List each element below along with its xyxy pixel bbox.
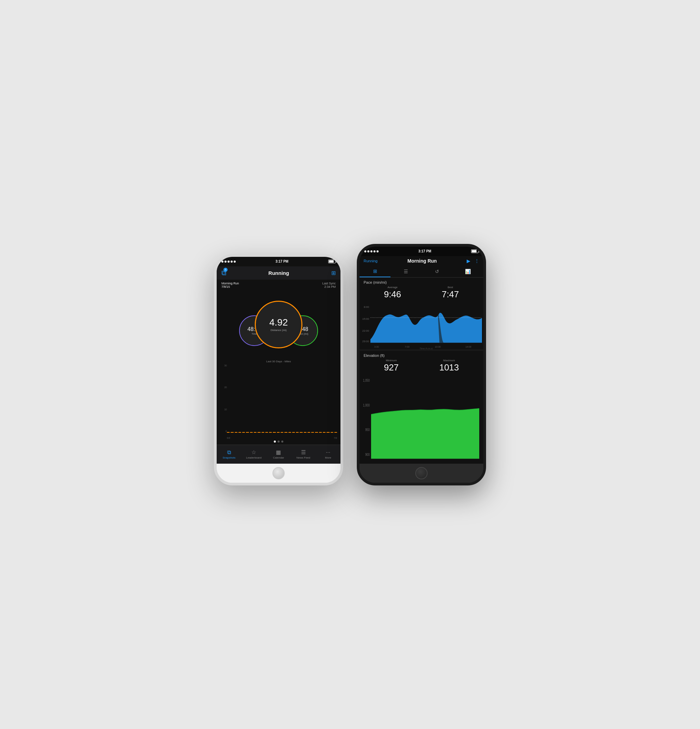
svg-text:950: 950 [365, 427, 370, 432]
bar-chart-section: Last 30 Days - Miles 30 20 10 0 6/9 [217, 359, 340, 439]
status-time: 3:17 PM [276, 260, 288, 263]
bar [273, 432, 276, 433]
page-dot-1[interactable] [274, 440, 276, 443]
x-label-end: 7/8 [334, 437, 337, 439]
context-label[interactable]: Running [364, 259, 378, 263]
tab-news-feed[interactable]: ☰ News Feed [291, 445, 316, 464]
grid-icon[interactable]: ⊞ [331, 270, 336, 276]
y-label-0: 0 [220, 430, 227, 432]
max-label: Maximum [443, 359, 455, 362]
activity-meta: Morning Run 7/8/15 Last Sync 2:34 PM [217, 280, 340, 290]
tab-snapshots[interactable]: ⧉ Snapshots [217, 445, 241, 464]
bar [285, 432, 287, 433]
detail-title: Morning Run [408, 258, 437, 264]
bar [315, 432, 318, 433]
app-icon[interactable]: ⧉ 4 [221, 269, 226, 277]
signal-dot [370, 250, 372, 253]
signal-dot [364, 250, 366, 253]
detail-tab-list[interactable]: ☰ [391, 266, 421, 277]
bar [327, 432, 329, 433]
min-label: Minimum [386, 359, 396, 362]
svg-text:1,000: 1,000 [363, 403, 370, 407]
signal-dot [231, 261, 233, 263]
pace-chart-svg: 8:00 15:00 22:00 29:00 3:30 7:00 10:30 [360, 303, 483, 349]
bar [231, 432, 233, 433]
avg-pace: Average 9:46 [384, 286, 401, 300]
calendar-label: Calendar [273, 456, 284, 459]
y-label-20: 20 [220, 386, 227, 388]
last-sync: Last Sync 2:34 PM [322, 282, 336, 289]
bar [331, 432, 333, 433]
pace-title: Pace (min/mi) [364, 280, 479, 285]
pace-metrics: Pace (min/mi) Average 9:46 Best 7:47 [360, 277, 483, 302]
activity-name-date: Morning Run 7/8/15 [221, 282, 239, 289]
bars-container [227, 432, 337, 437]
bar [300, 432, 302, 433]
elevation-chart-svg: 1,050 1,000 950 900 [360, 375, 483, 464]
bar [296, 432, 299, 433]
bar [319, 432, 322, 433]
bar [242, 432, 245, 433]
bar [280, 432, 283, 433]
phone-bottom [217, 464, 340, 483]
distance-value: 4.92 [269, 317, 288, 328]
signal-dot [234, 261, 236, 263]
tab-calendar[interactable]: ▦ Calendar [266, 445, 291, 464]
more-label: More [325, 456, 331, 459]
x-label-start: 6/9 [227, 437, 230, 439]
bar [265, 432, 268, 433]
dark-status-dots [364, 250, 379, 253]
svg-text:22:00: 22:00 [362, 329, 369, 332]
y-axis: 30 20 10 0 [220, 364, 227, 437]
tab-bar: ⧉ Snapshots ☆ Leaderboard ▦ Calendar ☰ N… [217, 444, 340, 464]
list-tab-icon: ☰ [404, 269, 408, 274]
distance-label: Distance (mi) [270, 329, 286, 332]
app-header: ⧉ 4 Running ⊞ [217, 266, 340, 280]
phone-dark: 3:17 PM Running Morning Run ▶ ⋮ ⊞ [357, 244, 486, 485]
svg-text:1,050: 1,050 [363, 378, 370, 382]
play-icon[interactable]: ▶ [467, 258, 471, 264]
bar [308, 432, 310, 433]
battery-indicator [328, 260, 336, 263]
svg-text:3:30: 3:30 [374, 346, 379, 348]
svg-text:10:30: 10:30 [435, 346, 441, 348]
status-dots-left [221, 261, 236, 263]
phone-white: 3:17 PM ⧉ 4 Running ⊞ Morning Run 7/8/15 [214, 254, 343, 485]
max-value: 1013 [439, 362, 459, 373]
tab-more[interactable]: ··· More [316, 445, 340, 464]
sync-time: 2:34 PM [322, 285, 336, 289]
home-button[interactable] [272, 467, 285, 479]
notification-badge: 4 [224, 268, 228, 272]
svg-text:15:00: 15:00 [362, 317, 369, 320]
bar [238, 432, 241, 433]
news-feed-label: News Feed [296, 456, 310, 459]
distance-circle: 4.92 Distance (mi) [255, 301, 302, 349]
detail-tab-graph[interactable]: 📊 [452, 266, 483, 277]
signal-dot [221, 261, 224, 263]
svg-text:14:00: 14:00 [465, 346, 471, 348]
dark-battery [471, 249, 479, 253]
page-dots [217, 439, 340, 444]
snapshots-label: Snapshots [222, 456, 235, 459]
page-dot-2[interactable] [277, 440, 280, 443]
more-icon[interactable]: ⋮ [475, 258, 479, 264]
y-label-30: 30 [220, 364, 227, 367]
signal-dot [367, 250, 369, 253]
best-label: Best [447, 286, 453, 289]
bar [311, 432, 314, 433]
page-dot-3[interactable] [281, 440, 283, 443]
svg-text:7:00: 7:00 [405, 346, 410, 348]
leaderboard-icon: ☆ [251, 449, 256, 456]
detail-tab-chart[interactable]: ⊞ [360, 266, 391, 277]
metrics-circles: 48:15 Time 4.92 Distance (mi) 9:48 Pace … [217, 290, 340, 359]
detail-tab-laps[interactable]: ↺ [421, 266, 452, 277]
battery-fill [329, 260, 334, 263]
tab-leaderboard[interactable]: ☆ Leaderboard [241, 445, 266, 464]
snapshots-icon: ⧉ [227, 449, 231, 456]
laps-tab-icon: ↺ [435, 269, 439, 274]
bar [227, 432, 229, 433]
elevation-chart: 1,050 1,000 950 900 [360, 375, 483, 464]
svg-text:29:00: 29:00 [362, 340, 369, 343]
dark-home-button[interactable] [415, 467, 428, 479]
white-phone-screen: ⧉ 4 Running ⊞ Morning Run 7/8/15 Last Sy… [217, 266, 340, 464]
